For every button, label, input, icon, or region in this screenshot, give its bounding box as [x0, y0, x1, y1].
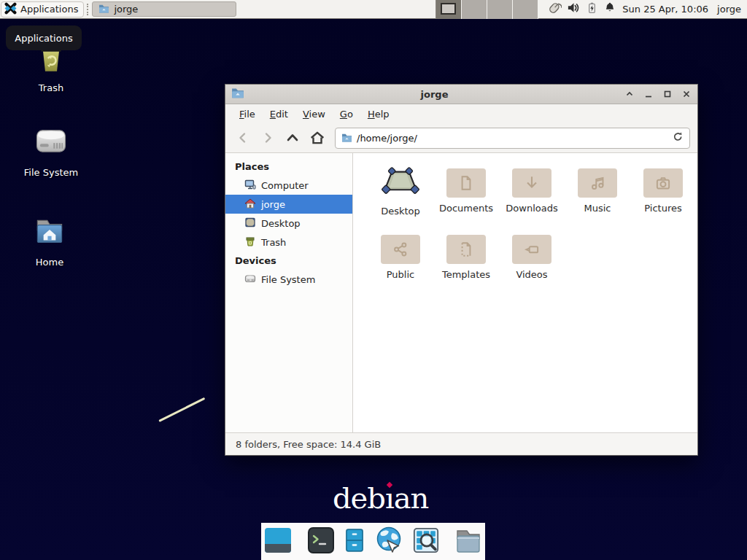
- folder-icon: [446, 168, 486, 198]
- mouse-icon[interactable]: [546, 1, 562, 18]
- desktop-icon: [244, 217, 256, 230]
- computer-icon: [244, 179, 256, 192]
- window-titlebar[interactable]: jorge: [225, 85, 697, 104]
- sidebar-item-label: jorge: [261, 199, 285, 210]
- xfce-applications-icon: [4, 2, 17, 17]
- home-icon[interactable]: [307, 128, 328, 148]
- folder-icon: [98, 4, 109, 15]
- home-icon: [244, 198, 256, 211]
- maximize-icon[interactable]: [662, 89, 673, 99]
- statusbar-text: 8 folders, Free space: 14.4 GiB: [236, 439, 381, 450]
- folder-templates[interactable]: Templates: [433, 228, 499, 280]
- menu-view[interactable]: View: [296, 106, 332, 122]
- folder-desktop[interactable]: Desktop: [368, 162, 433, 217]
- folder-music[interactable]: Music: [565, 162, 630, 217]
- folder-label: Videos: [516, 269, 547, 280]
- trash-icon: [244, 236, 256, 249]
- bell-icon[interactable]: [603, 1, 616, 18]
- window-folder-icon: [231, 87, 244, 101]
- desktop-icon-label: File System: [24, 167, 78, 178]
- panel-grip[interactable]: [87, 4, 90, 15]
- tooltip-text: Applications: [15, 33, 72, 44]
- dock: [261, 523, 485, 560]
- panel-clock[interactable]: Sun 25 Apr, 10:06: [622, 4, 708, 15]
- reload-icon[interactable]: [673, 131, 684, 145]
- workspace-3[interactable]: [487, 0, 513, 19]
- sidebar-item-label: Desktop: [261, 218, 301, 229]
- sidebar-header-devices: Devices: [225, 252, 352, 270]
- folder-icon: [341, 131, 352, 145]
- menu-edit[interactable]: Edit: [263, 106, 295, 122]
- battery-icon[interactable]: [586, 1, 598, 18]
- statusbar: 8 folders, Free space: 14.4 GiB: [225, 432, 697, 455]
- panel-username[interactable]: jorge: [717, 4, 741, 15]
- sidebar-item-computer[interactable]: Computer: [225, 176, 352, 195]
- up-icon[interactable]: [282, 128, 303, 148]
- folder-icon: [643, 168, 683, 198]
- menu-go[interactable]: Go: [333, 106, 360, 122]
- debian-logo: debıan: [333, 481, 428, 515]
- folder-icon[interactable]: [453, 526, 484, 558]
- folder-documents[interactable]: Documents: [433, 162, 499, 217]
- back-icon[interactable]: [233, 128, 253, 148]
- sidebar-item-jorge[interactable]: jorge: [225, 195, 352, 214]
- hard-drive-icon: [244, 273, 256, 287]
- volume-icon[interactable]: [567, 1, 581, 18]
- menubar: File Edit View Go Help: [225, 104, 697, 123]
- hard-drive-icon: [32, 122, 70, 163]
- applications-menu-button[interactable]: Applications: [1, 1, 84, 18]
- menu-help[interactable]: Help: [361, 106, 396, 122]
- taskbar-window-button[interactable]: jorge: [92, 1, 236, 17]
- sidebar-item-file-system[interactable]: File System: [225, 270, 352, 289]
- app-finder-icon[interactable]: [412, 526, 440, 557]
- folder-label: Public: [387, 269, 414, 280]
- stray-line: [158, 397, 205, 422]
- home-folder-icon: [31, 214, 68, 253]
- sidebar: Places Computer jorge Desktop Trash: [225, 153, 353, 432]
- forward-icon[interactable]: [258, 128, 278, 148]
- sidebar-header-places: Places: [225, 158, 352, 176]
- workspace-2[interactable]: [462, 0, 487, 19]
- folder-pictures[interactable]: Pictures: [630, 162, 696, 217]
- folder-downloads[interactable]: Downloads: [499, 162, 565, 217]
- folder-label: Music: [584, 203, 611, 214]
- folder-label: Pictures: [644, 203, 681, 214]
- web-browser-icon[interactable]: [374, 525, 406, 559]
- minimize-icon[interactable]: [643, 89, 654, 99]
- folder-label: Downloads: [506, 203, 557, 214]
- toolbar: /home/jorge/: [225, 123, 697, 153]
- path-bar[interactable]: /home/jorge/: [335, 128, 690, 149]
- top-panel: Applications jorge: [0, 0, 747, 19]
- sidebar-item-trash[interactable]: Trash: [225, 233, 352, 252]
- folder-icon: [446, 235, 486, 264]
- path-input[interactable]: /home/jorge/: [357, 133, 668, 144]
- folder-videos[interactable]: Videos: [499, 228, 565, 280]
- sidebar-item-desktop[interactable]: Desktop: [225, 214, 352, 233]
- desktop-icon-file-system[interactable]: File System: [13, 122, 89, 178]
- show-desktop-icon[interactable]: [263, 526, 293, 558]
- desktop: Applications jorge: [0, 0, 747, 560]
- workspace-window-thumb: [441, 3, 456, 15]
- workspace-pager[interactable]: [436, 0, 538, 19]
- file-view[interactable]: Desktop Documents Downloads: [353, 153, 697, 432]
- logo-text: an: [394, 481, 429, 515]
- sidebar-item-label: File System: [261, 274, 315, 285]
- file-cabinet-icon[interactable]: [342, 526, 367, 558]
- window-title: jorge: [244, 89, 624, 100]
- desktop-icon-label: Trash: [39, 82, 63, 93]
- folder-icon: [381, 235, 420, 264]
- workspace-4[interactable]: [513, 0, 538, 19]
- desktop-special-icon: [380, 165, 421, 201]
- folder-icon: [512, 235, 551, 264]
- workspace-1[interactable]: [436, 0, 462, 19]
- applications-tooltip: Applications: [6, 26, 82, 50]
- system-tray: [546, 1, 616, 18]
- desktop-icon-home[interactable]: Home: [12, 214, 88, 268]
- sidebar-item-label: Trash: [261, 237, 286, 248]
- close-icon[interactable]: [681, 89, 692, 99]
- menu-file[interactable]: File: [233, 106, 262, 122]
- sidebar-item-label: Computer: [261, 180, 309, 191]
- folder-public[interactable]: Public: [368, 228, 433, 280]
- shade-icon[interactable]: [624, 89, 635, 99]
- terminal-icon[interactable]: [306, 526, 336, 558]
